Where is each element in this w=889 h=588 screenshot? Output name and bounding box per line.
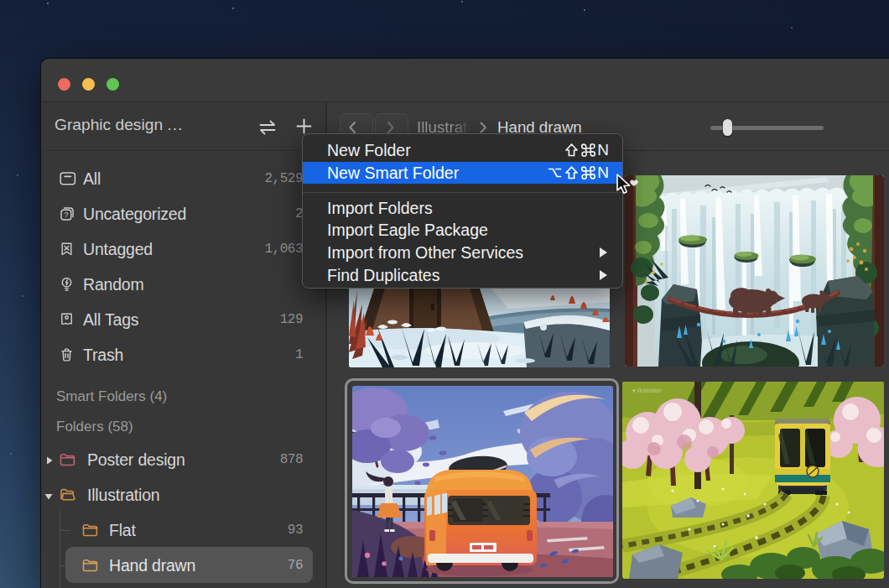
svg-text:♥ illustration: ♥ illustration: [632, 388, 662, 393]
svg-text:?: ?: [64, 210, 68, 219]
